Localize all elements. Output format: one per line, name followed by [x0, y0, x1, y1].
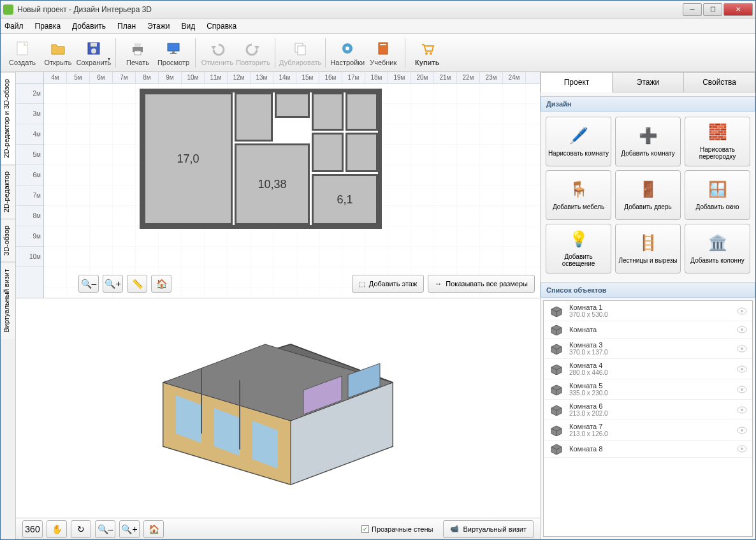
visibility-icon[interactable] [737, 326, 747, 333]
virtual-visit-button[interactable]: 📹 Виртуальный визит [443, 520, 534, 538]
rotate-button[interactable]: ↻ [71, 520, 91, 538]
show-dimensions-button[interactable]: ↔ Показывать все размеры [428, 275, 535, 293]
menu-справка[interactable]: Справка [207, 22, 236, 31]
sidetab-1[interactable]: 2D-редактор [1, 164, 15, 219]
add-floor-button[interactable]: ⬚ Добавить этаж [352, 275, 424, 293]
room-shape[interactable]: 17,0 [143, 92, 233, 225]
menu-план[interactable]: План [117, 22, 136, 31]
view-2d: 4м5м6м7м8м9м10м11м12м13м14м15м16м17м18м1… [16, 72, 540, 298]
toolbar-book-button[interactable]: Учебник [365, 35, 401, 71]
toolbar-printer-button[interactable]: Печать [120, 35, 156, 71]
object-item[interactable]: Комната 1 370.0 x 530.0 [544, 301, 752, 321]
book-icon [374, 40, 392, 57]
rotate-360-button[interactable]: 360 [22, 520, 43, 538]
pan-button[interactable]: ✋ [47, 520, 67, 538]
object-item[interactable]: Комната 6 213.0 x 202.0 [544, 400, 752, 420]
object-item[interactable]: Комната 3 370.0 x 137.0 [544, 339, 752, 359]
floorplan[interactable]: 17,010,386,1 [140, 89, 382, 229]
menu-добавить[interactable]: Добавить [72, 22, 106, 31]
toolbar-file-button[interactable]: Создать [4, 35, 40, 71]
checkbox-icon: ✓ [361, 525, 369, 533]
svg-rect-7 [134, 51, 141, 55]
room-shape[interactable]: 6,1 [312, 174, 378, 225]
object-item[interactable]: Комната 5 335.0 x 230.0 [544, 379, 752, 400]
svg-rect-8 [168, 43, 179, 51]
home-button[interactable]: 🏠 [151, 275, 171, 293]
redo-icon [244, 40, 262, 57]
svg-point-19 [425, 52, 428, 55]
visibility-icon[interactable] [737, 445, 747, 453]
design-button-4[interactable]: 🚪Добавить дверь [615, 170, 681, 220]
design-button-2[interactable]: 🧱Нарисовать перегородку [685, 117, 750, 166]
close-button[interactable]: ✕ [723, 3, 753, 16]
camera-icon: 📹 [450, 525, 459, 533]
toolbar-folder-button[interactable]: Открыть [40, 35, 76, 71]
design-button-0[interactable]: 🖊️Нарисовать комнату [546, 117, 611, 166]
ruler-button[interactable]: 📏 [127, 275, 147, 293]
canvas-2d[interactable]: 17,010,386,1 🔍– 🔍+ 📏 🏠 ⬚ Добавить этаж [44, 84, 540, 298]
toolbar-cart-button[interactable]: Купить [409, 35, 445, 71]
room-shape[interactable] [345, 92, 378, 131]
room-shape[interactable] [312, 133, 344, 172]
zoom-out-button[interactable]: 🔍– [78, 275, 99, 293]
object-item[interactable]: Комната 7 213.0 x 126.0 [544, 420, 752, 441]
visibility-icon[interactable] [737, 406, 747, 414]
menu-правка[interactable]: Правка [35, 22, 61, 31]
visibility-icon[interactable] [737, 307, 747, 315]
design-button-1[interactable]: ➕Добавить комнату [615, 117, 681, 166]
room-shape[interactable] [275, 92, 310, 118]
object-list[interactable]: Комната 1 370.0 x 530.0 Комната Комната … [543, 300, 753, 537]
right-tab-0[interactable]: Проект [541, 72, 613, 92]
visibility-icon[interactable] [737, 365, 747, 373]
box-icon [549, 443, 564, 455]
design-button-7[interactable]: 🪜Лестницы и вырезы [615, 224, 681, 274]
svg-point-51 [741, 388, 743, 391]
stack-icon: ⬚ [359, 280, 365, 288]
zoom-in-button[interactable]: 🔍+ [103, 275, 123, 293]
design-button-6[interactable]: 💡Добавить освещение [546, 224, 611, 274]
right-tab-2[interactable]: Свойства [684, 72, 755, 92]
visibility-icon[interactable] [737, 427, 747, 434]
design-section-header: Дизайн [541, 96, 755, 112]
main-toolbar: СоздатьОткрытьСохранить▾ПечатьПросмотрОт… [1, 34, 755, 72]
room-shape[interactable] [312, 92, 344, 131]
sidetab-0[interactable]: 2D-редактор и 3D-обзор [1, 72, 15, 164]
svg-point-43 [741, 347, 743, 350]
room-shape[interactable]: 10,38 [235, 143, 310, 225]
object-item[interactable]: Комната [544, 321, 752, 339]
design-button-8[interactable]: 🏛️Добавить колонну [685, 224, 750, 274]
zoom-in-3d-button[interactable]: 🔍+ [119, 520, 140, 538]
design-button-5[interactable]: 🪟Добавить окно [685, 170, 750, 220]
room-shape[interactable] [345, 133, 378, 172]
box-icon [549, 384, 564, 395]
visibility-icon[interactable] [737, 345, 747, 353]
toolbar-gear-button[interactable]: Настройки [330, 35, 365, 71]
menu-этажи[interactable]: Этажи [147, 22, 170, 31]
view-3d: 360 ✋ ↻ 🔍– 🔍+ 🏠 ✓ Прозрачные стены 📹 Вир… [16, 298, 540, 539]
toolbar-monitor-button[interactable]: Просмотр [156, 35, 191, 71]
object-item[interactable]: Комната 4 280.0 x 446.0 [544, 359, 752, 379]
transparent-walls-checkbox[interactable]: ✓ Прозрачные стены [361, 525, 433, 533]
menu-вид[interactable]: Вид [181, 22, 195, 31]
design-button-3[interactable]: 🪑Добавить мебель [546, 170, 611, 220]
maximize-button[interactable]: ☐ [703, 3, 722, 16]
toolbar-disk-button[interactable]: Сохранить▾ [76, 35, 112, 71]
minimize-button[interactable]: ─ [683, 3, 702, 16]
house-3d-model[interactable] [144, 325, 412, 491]
menu-файл[interactable]: Файл [4, 22, 24, 31]
room-shape[interactable] [235, 92, 273, 142]
home-3d-button[interactable]: 🏠 [143, 520, 164, 538]
svg-point-35 [741, 310, 743, 312]
visibility-icon[interactable] [737, 386, 747, 393]
zoom-out-3d-button[interactable]: 🔍– [95, 520, 115, 538]
canvas-3d[interactable] [16, 298, 540, 518]
box-icon [549, 425, 564, 436]
svg-rect-10 [170, 53, 177, 54]
svg-point-39 [741, 328, 743, 331]
object-item[interactable]: Комната 8 [544, 441, 752, 458]
svg-marker-12 [254, 46, 259, 50]
right-tab-1[interactable]: Этажи [613, 72, 684, 92]
svg-rect-0 [17, 42, 27, 55]
sidetab-2[interactable]: 3D-обзор [1, 219, 15, 262]
sidetab-3[interactable]: Виртуальный визит [1, 262, 15, 339]
